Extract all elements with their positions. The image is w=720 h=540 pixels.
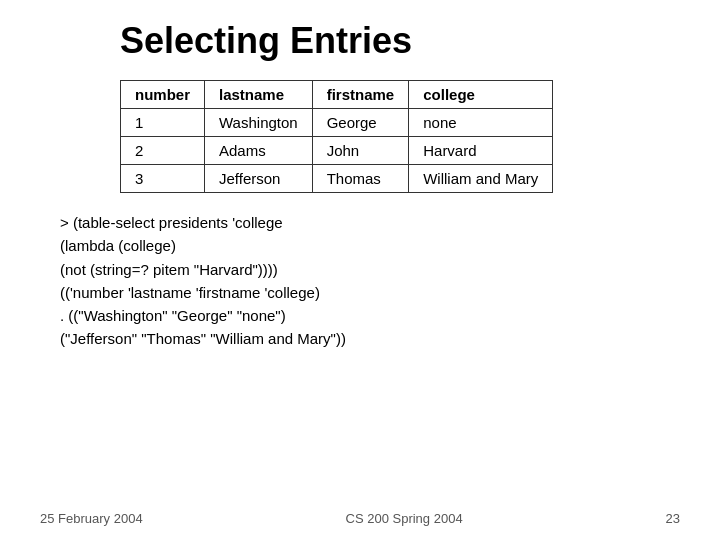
table-cell: Adams: [205, 137, 313, 165]
table-cell: Thomas: [312, 165, 409, 193]
slide: Selecting Entries number lastname firstn…: [0, 0, 720, 540]
footer-center: CS 200 Spring 2004: [346, 511, 463, 526]
code-line: . (("Washington" "George" "none"): [60, 304, 680, 327]
table-cell: none: [409, 109, 553, 137]
table-row: 1WashingtonGeorgenone: [121, 109, 553, 137]
data-table: number lastname firstname college 1Washi…: [120, 80, 553, 193]
col-header-firstname: firstname: [312, 81, 409, 109]
table-row: 3JeffersonThomasWilliam and Mary: [121, 165, 553, 193]
code-line: > (table-select presidents 'college: [60, 211, 680, 234]
table-row: 2AdamsJohnHarvard: [121, 137, 553, 165]
col-header-college: college: [409, 81, 553, 109]
table-cell: William and Mary: [409, 165, 553, 193]
footer-left: 25 February 2004: [40, 511, 143, 526]
table-cell: George: [312, 109, 409, 137]
table-header-row: number lastname firstname college: [121, 81, 553, 109]
slide-title: Selecting Entries: [40, 20, 680, 62]
footer: 25 February 2004 CS 200 Spring 2004 23: [0, 511, 720, 526]
table-cell: 1: [121, 109, 205, 137]
table-cell: Washington: [205, 109, 313, 137]
code-block: > (table-select presidents 'college (lam…: [40, 211, 680, 351]
footer-right: 23: [666, 511, 680, 526]
table-cell: Jefferson: [205, 165, 313, 193]
col-header-lastname: lastname: [205, 81, 313, 109]
table-cell: 2: [121, 137, 205, 165]
table-cell: Harvard: [409, 137, 553, 165]
code-line: (('number 'lastname 'firstname 'college): [60, 281, 680, 304]
code-line: (lambda (college): [60, 234, 680, 257]
table-cell: 3: [121, 165, 205, 193]
col-header-number: number: [121, 81, 205, 109]
table-cell: John: [312, 137, 409, 165]
table-wrapper: number lastname firstname college 1Washi…: [40, 80, 680, 193]
code-line: ("Jefferson" "Thomas" "William and Mary"…: [60, 327, 680, 350]
code-line: (not (string=? pitem "Harvard")))): [60, 258, 680, 281]
